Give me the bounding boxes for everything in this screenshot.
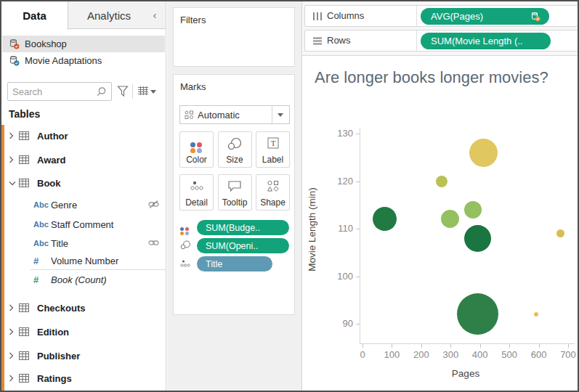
x-tick-label: 100	[377, 349, 406, 360]
detail-button-label: Detail	[180, 197, 213, 208]
field-row-book-count[interactable]: # Book (Count)	[1, 271, 166, 287]
scatter-mark[interactable]	[373, 207, 397, 231]
pill-sum-movie-length[interactable]: SUM(Movie Length (..	[421, 33, 551, 49]
view-options-caret-icon[interactable]	[150, 90, 156, 94]
scatter-mark[interactable]	[469, 139, 498, 167]
pill-label: SUM(Movie Length (..	[431, 36, 522, 46]
pill-sum-budget[interactable]: SUM(Budge..	[197, 220, 289, 235]
field-row-title[interactable]: Abc Title	[1, 235, 166, 251]
collapse-pane-icon[interactable]: ‹	[150, 9, 160, 22]
divider	[416, 6, 417, 26]
table-label: Book	[37, 178, 61, 189]
chevron-right-icon[interactable]	[9, 375, 14, 382]
svg-text:T: T	[270, 139, 275, 147]
table-icon	[19, 155, 29, 164]
field-label: Genre	[51, 200, 77, 211]
label-button[interactable]: T Label	[256, 131, 290, 168]
detail-icon[interactable]	[180, 258, 197, 271]
datasource-item-movie-adaptations[interactable]: Movie Adaptations	[2, 52, 165, 69]
scatter-mark[interactable]	[556, 229, 564, 237]
field-row-genre[interactable]: Abc Genre	[1, 197, 166, 213]
y-tick-label: 110	[315, 223, 353, 234]
chevron-right-icon[interactable]	[9, 304, 14, 311]
search-input-box[interactable]	[7, 82, 112, 101]
table-row-book[interactable]: Book	[1, 175, 166, 191]
color-icon[interactable]	[180, 221, 197, 235]
x-tick-label: 400	[466, 349, 495, 360]
filters-shelf[interactable]: Filters	[173, 7, 295, 67]
field-row-staff-comment[interactable]: Abc Staff Comment	[1, 216, 166, 232]
view-options-icon[interactable]	[137, 86, 149, 96]
table-row-author[interactable]: Author	[1, 128, 166, 144]
table-icon	[19, 131, 29, 140]
label-button-label: Label	[256, 155, 289, 165]
color-button[interactable]: Color	[179, 131, 214, 168]
size-icon[interactable]	[180, 240, 197, 253]
x-axis-title[interactable]: Pages	[393, 368, 538, 379]
field-row-volume-number[interactable]: # Volume Number	[1, 253, 166, 269]
table-icon	[19, 351, 29, 360]
pill-label: SUM(Openi..	[206, 241, 258, 251]
mark-type-dropdown[interactable]: Automatic	[179, 105, 290, 124]
chevron-right-icon[interactable]	[9, 328, 14, 335]
table-row-checkouts[interactable]: Checkouts	[1, 300, 166, 316]
x-tick	[568, 344, 569, 348]
scatter-mark[interactable]	[457, 293, 498, 335]
filters-title: Filters	[180, 15, 206, 25]
link-icon[interactable]	[148, 238, 159, 248]
chevron-right-icon[interactable]	[9, 132, 14, 139]
tables-header: Tables	[9, 108, 40, 120]
table-row-edition[interactable]: Edition	[1, 324, 166, 340]
shape-button[interactable]: Shape	[256, 174, 290, 211]
chevron-down-icon[interactable]	[9, 181, 16, 186]
scatter-mark[interactable]	[464, 225, 491, 252]
table-icon	[19, 374, 29, 383]
filter-fields-icon[interactable]	[117, 85, 129, 97]
y-tick	[356, 181, 360, 182]
search-input[interactable]	[12, 83, 92, 99]
x-tick-label: 700	[554, 349, 579, 360]
scatter-mark[interactable]	[464, 201, 482, 219]
y-tick-label: 120	[315, 176, 353, 187]
scatter-mark[interactable]	[441, 210, 459, 228]
tooltip-icon	[219, 180, 251, 195]
size-icon	[219, 137, 251, 152]
x-tick	[450, 344, 451, 348]
active-pane-indicator	[1, 125, 4, 392]
columns-shelf[interactable]: Columns AVG(Pages)	[304, 5, 579, 27]
broken-link-icon[interactable]	[148, 200, 159, 209]
tooltip-button[interactable]: Tooltip	[218, 174, 252, 211]
x-tick	[480, 344, 481, 348]
chevron-right-icon[interactable]	[9, 156, 14, 163]
table-row-publisher[interactable]: Publisher	[1, 348, 166, 364]
scatter-mark[interactable]	[436, 176, 448, 187]
x-tick	[509, 344, 510, 348]
pill-avg-pages[interactable]: AVG(Pages)	[421, 8, 549, 25]
tooltip-button-label: Tooltip	[219, 197, 251, 208]
table-icon	[19, 179, 29, 187]
y-tick	[356, 229, 360, 229]
mark-type-caret[interactable]	[272, 106, 289, 123]
pill-sum-opening[interactable]: SUM(Openi..	[197, 238, 289, 253]
datasource-item-bookshop[interactable]: Bookshop	[2, 36, 165, 52]
table-row-ratings[interactable]: Ratings	[1, 370, 166, 386]
pill-label: SUM(Budge..	[206, 223, 260, 233]
detail-button[interactable]: Detail	[179, 174, 214, 211]
pill-title[interactable]: Title	[197, 256, 272, 271]
table-row-award[interactable]: Award	[1, 152, 166, 168]
scatter-mark[interactable]	[534, 312, 538, 317]
y-tick-label: 100	[315, 271, 353, 282]
table-label: Publisher	[37, 351, 80, 362]
x-tick	[421, 344, 422, 348]
search-icon	[96, 86, 107, 97]
x-tick-label: 300	[436, 349, 465, 360]
tab-data[interactable]: Data	[1, 1, 68, 30]
rows-shelf[interactable]: Rows SUM(Movie Length (..	[304, 30, 579, 52]
table-label: Checkouts	[37, 303, 85, 314]
tab-analytics[interactable]: Analytics	[68, 1, 150, 29]
size-button[interactable]: Size	[218, 131, 252, 168]
data-pane: Data Analytics ‹ Bookshop Movie Adaptati…	[1, 1, 166, 391]
x-tick	[363, 344, 363, 348]
x-tick	[539, 344, 540, 348]
chevron-right-icon[interactable]	[9, 352, 14, 359]
